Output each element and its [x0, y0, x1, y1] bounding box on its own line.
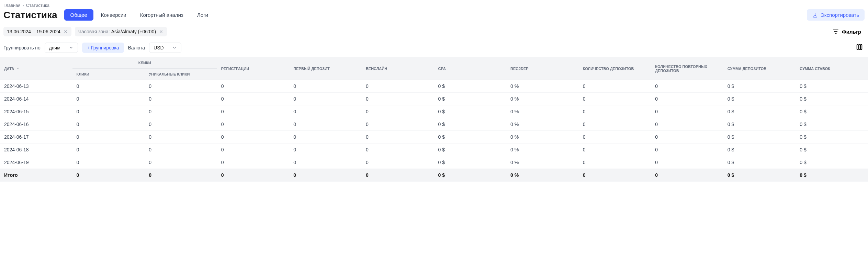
- cell-depositsSum: 0 $: [723, 105, 796, 118]
- table-row: 2024-06-13000000 $0 %000 $0 $: [0, 80, 868, 93]
- cell-baseline: 0: [362, 105, 434, 118]
- col-registrations-header[interactable]: РЕГИСТРАЦИИ: [217, 57, 290, 80]
- timezone-chip[interactable]: Часовая зона: Asia/Almaty (+06:00): [75, 27, 167, 36]
- cell-cpa: 0 $: [434, 118, 506, 131]
- export-label: Экспортировать: [821, 12, 859, 18]
- filter-icon: [832, 28, 839, 35]
- cell-clicks: 0: [72, 156, 145, 169]
- breadcrumb-home-link[interactable]: Главная: [3, 3, 20, 8]
- cell-cpa: 0 $: [434, 131, 506, 144]
- group-by-label: Группировать по: [3, 45, 41, 50]
- cell-total-date: Итого: [0, 169, 72, 182]
- tabs: ОбщееКонверсииКогортный анализЛоги: [64, 9, 214, 21]
- cell-reg2dep: 0 %: [506, 156, 579, 169]
- col-clicks-header[interactable]: КЛИКИ: [72, 69, 145, 80]
- svg-rect-3: [857, 45, 858, 50]
- table-body: 2024-06-13000000 $0 %000 $0 $2024-06-140…: [0, 80, 868, 182]
- sort-asc-icon: [16, 67, 20, 70]
- cell-cpa: 0 $: [434, 105, 506, 118]
- tab-conversions[interactable]: Конверсии: [95, 9, 133, 21]
- cell-depositsCount: 0: [579, 80, 651, 93]
- cell-date: 2024-06-17: [0, 131, 72, 144]
- cell-reg2dep: 0 %: [506, 144, 579, 156]
- cell-repeatDepositsCount: 0: [651, 105, 723, 118]
- header-row: Статистика ОбщееКонверсииКогортный анали…: [0, 9, 868, 24]
- col-unique-clicks-header[interactable]: УНИКАЛЬНЫЕ КЛИКИ: [145, 69, 217, 80]
- cell-baseline: 0: [362, 156, 434, 169]
- currency-select[interactable]: USD: [149, 43, 181, 53]
- col-deposits-count-header[interactable]: КОЛИЧЕСТВО ДЕПОЗИТОВ: [579, 57, 651, 80]
- cell-depositsSum: 0 $: [723, 131, 796, 144]
- cell-betsSum: 0 $: [796, 144, 868, 156]
- col-deposits-sum-header[interactable]: СУММА ДЕПОЗИТОВ: [723, 57, 796, 80]
- svg-rect-5: [861, 45, 862, 50]
- tab-general[interactable]: Общее: [64, 9, 93, 21]
- tab-cohort[interactable]: Когортный анализ: [134, 9, 190, 21]
- col-cpa-header[interactable]: CPA: [434, 57, 506, 80]
- breadcrumb-sep-icon: ›: [22, 3, 24, 8]
- col-reg2dep-header[interactable]: REG2DEP: [506, 57, 579, 80]
- close-icon[interactable]: [63, 29, 68, 34]
- cell-date: 2024-06-15: [0, 105, 72, 118]
- cell-uniqueClicks: 0: [145, 105, 217, 118]
- close-icon[interactable]: [159, 29, 164, 34]
- table-row: 2024-06-19000000 $0 %000 $0 $: [0, 156, 868, 169]
- cell-registrations: 0: [217, 144, 290, 156]
- download-icon: [812, 12, 818, 18]
- filter-row: 13.06.2024 – 19.06.2024 Часовая зона: As…: [0, 24, 868, 39]
- col-bets-sum-header[interactable]: СУММА СТАВОК: [796, 57, 868, 80]
- cell-date: 2024-06-14: [0, 93, 72, 105]
- cell-total-reg2dep: 0 %: [506, 169, 579, 182]
- table-total-row: Итого000000 $0 %000 $0 $: [0, 169, 868, 182]
- controls-left: Группировать по дням + Группировка Валют…: [3, 43, 181, 53]
- cell-clicks: 0: [72, 105, 145, 118]
- cell-depositsCount: 0: [579, 93, 651, 105]
- cell-total-firstDeposit: 0: [289, 169, 362, 182]
- svg-rect-0: [833, 30, 838, 30]
- filter-button[interactable]: Фильтр: [829, 26, 865, 37]
- col-date-label: ДАТА: [4, 67, 14, 71]
- cell-depositsCount: 0: [579, 131, 651, 144]
- cell-firstDeposit: 0: [289, 118, 362, 131]
- cell-betsSum: 0 $: [796, 93, 868, 105]
- filter-chips: 13.06.2024 – 19.06.2024 Часовая зона: As…: [3, 27, 167, 36]
- breadcrumb-current: Статистика: [26, 3, 49, 8]
- cell-depositsSum: 0 $: [723, 118, 796, 131]
- group-by-select[interactable]: дням: [45, 43, 78, 53]
- cell-registrations: 0: [217, 80, 290, 93]
- table-row: 2024-06-14000000 $0 %000 $0 $: [0, 93, 868, 105]
- export-button[interactable]: Экспортировать: [807, 9, 865, 21]
- cell-cpa: 0 $: [434, 93, 506, 105]
- header-left: Статистика ОбщееКонверсииКогортный анали…: [3, 9, 214, 21]
- col-repeat-deposits-count-header[interactable]: КОЛИЧЕСТВО ПОВТОРНЫХ ДЕПОЗИТОВ: [651, 57, 723, 80]
- svg-rect-1: [834, 31, 837, 32]
- timezone-chip-label: Часовая зона:: [78, 29, 110, 34]
- cell-registrations: 0: [217, 105, 290, 118]
- tab-logs[interactable]: Логи: [191, 9, 214, 21]
- cell-repeatDepositsCount: 0: [651, 144, 723, 156]
- cell-betsSum: 0 $: [796, 131, 868, 144]
- cell-baseline: 0: [362, 118, 434, 131]
- cell-depositsSum: 0 $: [723, 80, 796, 93]
- cell-cpa: 0 $: [434, 156, 506, 169]
- add-group-button[interactable]: + Группировка: [82, 43, 124, 53]
- svg-rect-2: [835, 33, 837, 34]
- cell-firstDeposit: 0: [289, 105, 362, 118]
- cell-cpa: 0 $: [434, 144, 506, 156]
- col-baseline-header[interactable]: БЕЙСЛАЙН: [362, 57, 434, 80]
- page-title: Статистика: [3, 10, 57, 21]
- date-range-chip[interactable]: 13.06.2024 – 19.06.2024: [3, 27, 71, 36]
- svg-rect-4: [859, 45, 860, 50]
- cell-clicks: 0: [72, 93, 145, 105]
- cell-total-uniqueClicks: 0: [145, 169, 217, 182]
- cell-total-registrations: 0: [217, 169, 290, 182]
- controls-row: Группировать по дням + Группировка Валют…: [0, 39, 868, 57]
- cell-reg2dep: 0 %: [506, 131, 579, 144]
- cell-depositsCount: 0: [579, 156, 651, 169]
- col-date-header[interactable]: ДАТА: [0, 57, 72, 80]
- cell-repeatDepositsCount: 0: [651, 118, 723, 131]
- cell-reg2dep: 0 %: [506, 93, 579, 105]
- col-first-deposit-header[interactable]: ПЕРВЫЙ ДЕПОЗИТ: [289, 57, 362, 80]
- cell-registrations: 0: [217, 93, 290, 105]
- columns-settings-button[interactable]: [854, 42, 865, 53]
